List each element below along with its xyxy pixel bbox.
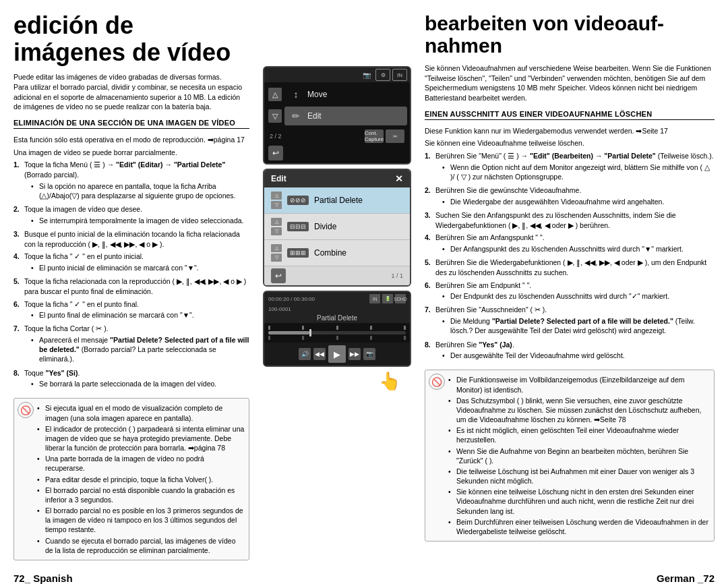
progress-track[interactable] [268,331,406,334]
up-nav-button[interactable]: △ [268,88,282,101]
rewind-button[interactable]: ◀◀ [313,348,326,360]
right-intro: Sie können Videoaufnahmen auf verschiede… [425,63,715,103]
camera-icon: 📷 [361,69,373,81]
capture-button[interactable]: 📷 [363,348,375,360]
combine-up-button[interactable]: △ [271,244,282,252]
partial-delete-label: Partial Delete [314,196,363,205]
camera-menu-mockup: 📷 ⚙ IN △ ▽ ↕ Move [263,66,411,165]
divide-up-button[interactable]: △ [271,218,282,226]
combine-nav-buttons: △ ▽ [271,244,282,262]
playback-mockup: 00:00:20 / 00:30:00 IN 🔋 SDHD 100-0001 P… [263,291,411,367]
right-title: bearbeiten von videoauf- nahmen [425,12,715,57]
status-icons: IN 🔋 SDHD [369,294,406,303]
playback-controls: 🔊 ◀◀ ▶ ▶▶ 📷 [264,343,410,366]
close-icon[interactable]: ✕ [395,173,403,184]
progress-marker [309,329,311,337]
left-title: edición de imágenes de vídeo [13,12,249,65]
item-up-button[interactable]: △ [271,192,282,200]
partial-delete-icon: ⊘⊘⊘ [287,196,309,205]
edit-label: Edit [307,111,322,121]
divide-icon: ⊟⊟⊟ [287,222,309,231]
page-footer: 72_ Spanish German _72 [0,570,728,584]
playback-header: 00:00:20 / 00:30:00 IN 🔋 SDHD [264,292,410,305]
divide-label: Divide [314,222,336,231]
combine-down-button[interactable]: ▽ [271,254,282,262]
left-steps: Esta función sólo está operativa en el m… [13,135,249,392]
right-section-title: EINEN AUSSCHNITT AUS EINER VIDEOAUFNAHME… [425,110,715,120]
down-nav-button[interactable]: ▽ [268,109,282,123]
move-icon: ↕ [289,87,303,102]
edit-back-button[interactable]: ↩ [271,268,286,283]
left-column: edición de imágenes de vídeo Puede edita… [13,12,256,563]
back-button[interactable]: ↩ [268,146,283,160]
cont-capture-icon: Cont. Capture [365,129,384,143]
file-number: 100-0001 [264,305,410,313]
play-button[interactable]: ▶ [328,345,346,363]
edit-menu-item[interactable]: ✏ Edit [284,107,407,125]
note-content: Si ejecuta igual en el modo de visualiza… [37,402,245,556]
combine-icon: ⊞⊞⊞ [287,248,309,258]
move-menu-item[interactable]: ↕ Move [284,85,407,104]
right-note-content: Die Funktionsweise im Vollbildanzeigemod… [448,374,710,537]
finger-pointer-icon: 👆 [379,371,400,392]
partial-delete-item[interactable]: △ ▽ ⊘⊘⊘ Partial Delete [264,187,410,214]
page-indicator: 2 / 2 [270,133,282,140]
edit-page-indicator: 1 / 1 [391,272,403,279]
track-markers-bottom [268,336,406,340]
playback-time: 00:00:20 / 00:30:00 [268,296,315,302]
edit-popup-mockup: Edit ✕ △ ▽ ⊘⊘⊘ Partial Delete △ ▽ ⊟⊟⊟ Di [263,169,411,287]
item-nav-buttons: △ ▽ [271,192,282,209]
in-icon: IN [392,69,407,81]
in-status-icon: IN [369,294,380,303]
divide-down-button[interactable]: ▽ [271,227,282,235]
footer-page-left: 72_ Spanish [13,573,73,584]
capture-icon2: ✂ [386,129,404,143]
right-column: bearbeiten von videoauf- nahmen Sie könn… [418,12,715,563]
camera-top-bar: 📷 ⚙ IN [264,67,410,82]
settings-icon: ⚙ [375,69,390,81]
left-section-title: ELIMINACIÓN DE UNA SECCIÓN DE UNA IMAGEN… [13,119,249,129]
move-label: Move [307,90,327,99]
divide-nav-buttons: △ ▽ [271,218,282,235]
edit-icon: ✏ [289,109,303,123]
right-note-box: 🚫 Die Funktionsweise im Vollbildanzeigem… [425,370,715,542]
center-mockups-column: 📷 ⚙ IN △ ▽ ↕ Move [256,12,418,563]
edit-page-row: ↩ 1 / 1 [264,266,410,285]
left-intro: Puede editar las imágenes de vídeo graba… [13,72,249,112]
partial-delete-label-area: Partial Delete [264,313,410,323]
divide-item[interactable]: △ ▽ ⊟⊟⊟ Divide [264,214,410,240]
right-note-icon: 🚫 [429,374,445,390]
time-display: 00:00:20 / 00:30:00 [268,296,315,302]
right-steps: Diese Funktion kann nur im Wiedergabemod… [425,126,715,365]
progress-fill [268,331,309,334]
edit-popup-title: Edit [271,174,286,183]
volume-button[interactable]: 🔊 [299,348,311,360]
camera-menu-items: ↕ Move ✏ Edit [284,85,407,125]
nav-buttons: △ ▽ [267,85,283,125]
note-icon: 🚫 [18,402,34,418]
item-down-button[interactable]: ▽ [271,201,282,209]
combine-item[interactable]: △ ▽ ⊞⊞⊞ Combine [264,240,410,266]
track-markers-top [268,326,406,330]
left-note-box: 🚫 Si ejecuta igual en el modo de visuali… [13,398,249,560]
camera-menu-area: △ ▽ ↕ Move ✏ Edit [264,82,410,128]
camera-page-row: 2 / 2 Cont. Capture ✂ [264,128,410,144]
progress-area [264,323,410,343]
footer-page-right: German _72 [657,573,715,584]
combine-label: Combine [314,248,346,258]
edit-popup-header: Edit ✕ [264,170,410,187]
battery-icon: 🔋 [382,294,393,303]
fast-forward-button[interactable]: ▶▶ [348,348,361,360]
sd-icon: SDHD [395,294,406,303]
camera-back-row: ↩ [264,144,410,163]
